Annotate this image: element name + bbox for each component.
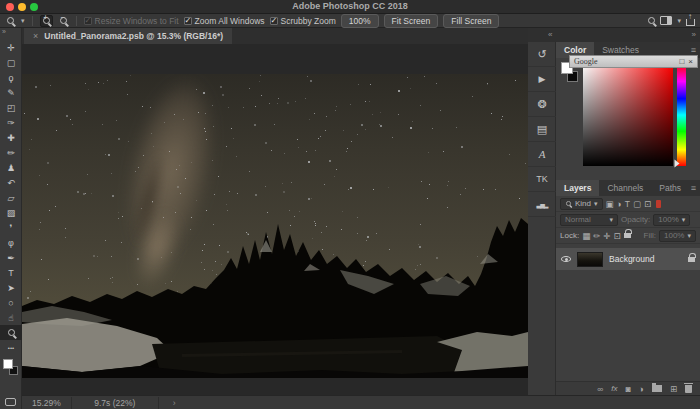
pen-tool-icon: ✒ — [7, 253, 15, 263]
gradient-tool[interactable]: ▨ — [0, 205, 22, 220]
canvas-area[interactable] — [22, 44, 528, 395]
type-tool[interactable]: T — [0, 265, 22, 280]
filter-type-icon[interactable]: T — [625, 199, 630, 209]
tab-channels[interactable]: Channels — [599, 180, 651, 196]
quick-selection-tool[interactable]: ✎ — [0, 85, 22, 100]
tab-paths[interactable]: Paths — [651, 180, 689, 196]
new-layer-icon[interactable]: ⊞ — [670, 384, 677, 394]
panel-menu-icon[interactable]: ≡ — [691, 183, 696, 193]
blend-mode-dropdown[interactable]: Normal ▾ — [560, 214, 618, 226]
lock-all-icon[interactable] — [624, 233, 631, 238]
marquee-tool[interactable]: ▢ — [0, 55, 22, 70]
zoom-all-windows-checkbox[interactable]: Zoom All Windows — [184, 16, 265, 26]
fit-screen-button[interactable]: Fit Screen — [384, 14, 439, 28]
actions-icon[interactable]: ▶ — [528, 67, 556, 92]
layer-row-background[interactable]: Background — [556, 248, 700, 270]
blur-tool[interactable]: ❜ — [0, 220, 22, 235]
lock-transparency-icon[interactable]: ▦ — [582, 231, 590, 241]
layer-thumbnail[interactable] — [577, 252, 603, 267]
fill-screen-button[interactable]: Fill Screen — [443, 14, 499, 28]
brush-tool[interactable]: ✏ — [0, 145, 22, 160]
close-icon[interactable]: × — [688, 57, 693, 66]
close-tab-icon[interactable]: × — [33, 31, 38, 41]
saturation-brightness-field[interactable] — [583, 64, 673, 166]
status-timing-text: 9.7s (22%) — [94, 398, 135, 408]
expand-panels-icon[interactable]: « — [548, 30, 552, 39]
layer-filter-toggle[interactable] — [656, 200, 661, 208]
shape-tool[interactable]: ○ — [0, 295, 22, 310]
status-info-field[interactable]: 9.7s (22%) — [71, 397, 159, 409]
path-selection-tool[interactable]: ➤ — [0, 280, 22, 295]
new-group-icon[interactable] — [652, 385, 662, 392]
zoom-out-button[interactable]: − — [58, 15, 69, 27]
restore-icon[interactable]: □ — [679, 57, 684, 66]
zoom-100-button[interactable]: 100% — [341, 14, 379, 28]
zoom-in-button[interactable]: + — [40, 15, 53, 27]
tk-actions-icon[interactable]: TK — [528, 167, 556, 192]
hand-tool[interactable]: ☝ — [0, 310, 22, 325]
path-selection-tool-icon: ➤ — [7, 283, 15, 293]
lock-position-icon[interactable]: ✛ — [603, 231, 610, 241]
adjustments-icon[interactable]: ❂ — [528, 92, 556, 117]
layer-mask-icon[interactable]: ◙ — [626, 384, 631, 394]
lock-artboard-icon[interactable]: ⊡ — [613, 231, 620, 241]
filter-pixel-icon[interactable]: ▣ — [606, 199, 614, 209]
histogram-icon[interactable]: ▃▅▂ — [528, 192, 556, 217]
zoom-tool[interactable] — [0, 325, 22, 340]
clone-stamp-tool[interactable]: ♟ — [0, 160, 22, 175]
document-image[interactable] — [22, 74, 528, 378]
lock-paint-icon[interactable]: ✏ — [593, 231, 600, 241]
eyedropper-tool-icon: ✑ — [7, 118, 15, 128]
workspace-switcher-icon[interactable] — [660, 16, 672, 25]
move-tool[interactable]: ✛ — [0, 40, 22, 55]
filter-shape-icon[interactable]: ▢ — [633, 199, 641, 209]
filter-smart-object-icon[interactable]: ⊡ — [644, 199, 651, 209]
filter-adjustment-icon[interactable]: ◑ — [617, 199, 622, 209]
adjustment-layer-icon[interactable]: ◑ — [639, 384, 644, 394]
edit-toolbar-button[interactable]: ••• — [0, 340, 22, 355]
layer-effects-icon[interactable]: fx — [611, 384, 617, 393]
dodge-tool[interactable]: φ — [0, 235, 22, 250]
clone-stamp-tool-icon: ♟ — [7, 163, 15, 173]
visibility-eye-icon[interactable] — [561, 256, 571, 262]
eraser-tool-icon: ▱ — [8, 193, 15, 203]
scrubby-zoom-checkbox[interactable]: Scrubby Zoom — [270, 16, 336, 26]
pen-tool[interactable]: ✒ — [0, 250, 22, 265]
quick-selection-tool-icon: ✎ — [7, 88, 15, 98]
healing-brush-tool[interactable]: ✚ — [0, 130, 22, 145]
collapse-panels-icon[interactable]: » — [692, 30, 696, 39]
opacity-field[interactable]: 100% ▾ — [653, 214, 690, 226]
fill-field[interactable]: 100% ▾ — [659, 230, 696, 242]
history-icon[interactable]: ↺ — [528, 42, 556, 67]
workspace-chevron-icon[interactable]: ▾ — [677, 17, 681, 25]
lasso-tool[interactable]: ϙ — [0, 70, 22, 85]
history-brush-tool[interactable]: ↶ — [0, 175, 22, 190]
tool-preset-chevron-icon[interactable]: ▾ — [21, 17, 25, 25]
histogram-glyph: ▃▅▂ — [537, 201, 548, 208]
status-chevron-icon[interactable]: › — [159, 398, 190, 408]
checkbox-icon[interactable] — [270, 17, 278, 25]
properties-icon[interactable]: ▤ — [528, 117, 556, 142]
document-tab-bar: × Untitled_Panorama2.psb @ 15.3% (RGB/16… — [22, 28, 528, 44]
document-tab[interactable]: × Untitled_Panorama2.psb @ 15.3% (RGB/16… — [24, 28, 232, 44]
hue-slider[interactable] — [677, 64, 686, 166]
search-icon[interactable] — [648, 17, 655, 24]
crop-tool[interactable]: ◰ — [0, 100, 22, 115]
status-zoom-field[interactable]: 15.29% — [22, 398, 71, 408]
eyedropper-tool[interactable]: ✑ — [0, 115, 22, 130]
foreground-color-swatch[interactable] — [3, 359, 13, 369]
google-popup[interactable]: Google □ × — [569, 55, 698, 68]
expand-tools-icon[interactable]: » — [0, 28, 21, 40]
eraser-tool[interactable]: ▱ — [0, 190, 22, 205]
zoom-in-icon: + — [43, 17, 50, 24]
filter-kind-dropdown[interactable]: Kind ▾ — [560, 198, 603, 210]
typekit-icon[interactable]: A — [528, 142, 556, 167]
tab-layers[interactable]: Layers — [556, 180, 599, 196]
checkbox-icon[interactable] — [184, 17, 192, 25]
zoom-tool-preset[interactable] — [5, 15, 16, 27]
panel-menu-icon[interactable]: ≡ — [691, 45, 696, 55]
screen-mode-icon[interactable] — [5, 398, 16, 406]
share-icon[interactable] — [686, 19, 695, 26]
link-layers-icon[interactable]: ∞ — [597, 384, 603, 394]
delete-layer-icon[interactable] — [685, 385, 692, 393]
